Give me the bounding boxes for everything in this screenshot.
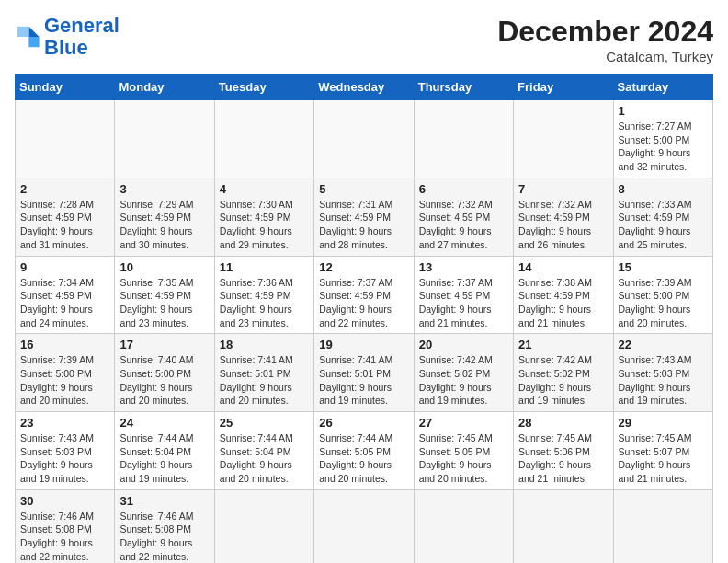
day-info: Sunrise: 7:41 AM Sunset: 5:01 PM Dayligh… <box>319 353 408 408</box>
calendar-cell: 19Sunrise: 7:41 AM Sunset: 5:01 PM Dayli… <box>314 334 414 412</box>
calendar-cell: 9Sunrise: 7:34 AM Sunset: 4:59 PM Daylig… <box>16 256 115 334</box>
day-info: Sunrise: 7:45 AM Sunset: 5:07 PM Dayligh… <box>619 431 708 486</box>
calendar-cell: 31Sunrise: 7:46 AM Sunset: 5:08 PM Dayli… <box>115 489 214 563</box>
calendar-cell: 2Sunrise: 7:28 AM Sunset: 4:59 PM Daylig… <box>16 178 115 256</box>
day-number: 8 <box>619 182 708 196</box>
calendar-cell: 8Sunrise: 7:33 AM Sunset: 4:59 PM Daylig… <box>613 178 712 256</box>
day-number: 26 <box>319 416 408 430</box>
weekday-header: Saturday <box>613 75 712 100</box>
weekday-header: Monday <box>115 75 214 100</box>
calendar-week-row: 1Sunrise: 7:27 AM Sunset: 5:00 PM Daylig… <box>16 100 713 178</box>
day-number: 1 <box>619 104 708 118</box>
day-number: 10 <box>119 260 209 274</box>
calendar-cell: 3Sunrise: 7:29 AM Sunset: 4:59 PM Daylig… <box>115 178 214 256</box>
day-number: 24 <box>119 416 209 430</box>
day-info: Sunrise: 7:46 AM Sunset: 5:08 PM Dayligh… <box>20 510 109 563</box>
calendar-week-row: 2Sunrise: 7:28 AM Sunset: 4:59 PM Daylig… <box>16 178 713 256</box>
day-info: Sunrise: 7:31 AM Sunset: 4:59 PM Dayligh… <box>319 198 408 252</box>
day-number: 2 <box>20 182 109 196</box>
calendar-cell: 7Sunrise: 7:32 AM Sunset: 4:59 PM Daylig… <box>514 178 613 256</box>
calendar-cell: 14Sunrise: 7:38 AM Sunset: 4:59 PM Dayli… <box>514 256 613 334</box>
svg-marker-1 <box>28 37 39 47</box>
calendar-cell: 20Sunrise: 7:42 AM Sunset: 5:02 PM Dayli… <box>414 334 513 412</box>
calendar-cell <box>115 100 214 178</box>
day-number: 16 <box>20 338 109 351</box>
calendar-cell <box>613 489 712 563</box>
calendar-cell: 21Sunrise: 7:42 AM Sunset: 5:02 PM Dayli… <box>514 334 613 412</box>
calendar-cell: 11Sunrise: 7:36 AM Sunset: 4:59 PM Dayli… <box>214 256 313 334</box>
day-number: 19 <box>319 338 408 351</box>
calendar-cell: 28Sunrise: 7:45 AM Sunset: 5:06 PM Dayli… <box>514 412 613 490</box>
calendar-week-row: 23Sunrise: 7:43 AM Sunset: 5:03 PM Dayli… <box>16 412 713 490</box>
calendar-cell: 5Sunrise: 7:31 AM Sunset: 4:59 PM Daylig… <box>314 178 414 256</box>
day-number: 5 <box>319 182 408 196</box>
day-number: 29 <box>619 416 708 430</box>
day-info: Sunrise: 7:37 AM Sunset: 4:59 PM Dayligh… <box>319 276 408 330</box>
calendar-week-row: 30Sunrise: 7:46 AM Sunset: 5:08 PM Dayli… <box>16 489 713 563</box>
calendar-cell: 24Sunrise: 7:44 AM Sunset: 5:04 PM Dayli… <box>115 412 214 490</box>
day-info: Sunrise: 7:27 AM Sunset: 5:00 PM Dayligh… <box>619 120 708 174</box>
location: Catalcam, Turkey <box>497 49 713 64</box>
title-block: December 2024 Catalcam, Turkey <box>497 15 713 64</box>
day-info: Sunrise: 7:33 AM Sunset: 4:59 PM Dayligh… <box>619 198 708 252</box>
day-info: Sunrise: 7:30 AM Sunset: 4:59 PM Dayligh… <box>220 198 309 252</box>
day-info: Sunrise: 7:41 AM Sunset: 5:01 PM Dayligh… <box>220 353 309 408</box>
calendar-cell <box>514 489 613 563</box>
day-info: Sunrise: 7:42 AM Sunset: 5:02 PM Dayligh… <box>419 353 508 408</box>
calendar-cell: 12Sunrise: 7:37 AM Sunset: 4:59 PM Dayli… <box>314 256 414 334</box>
day-info: Sunrise: 7:38 AM Sunset: 4:59 PM Dayligh… <box>518 276 608 330</box>
calendar-week-row: 9Sunrise: 7:34 AM Sunset: 4:59 PM Daylig… <box>16 256 713 334</box>
day-info: Sunrise: 7:35 AM Sunset: 4:59 PM Dayligh… <box>119 276 209 330</box>
day-number: 6 <box>419 182 508 196</box>
calendar-cell: 17Sunrise: 7:40 AM Sunset: 5:00 PM Dayli… <box>115 334 214 412</box>
logo-line2: Blue <box>44 36 88 59</box>
day-number: 22 <box>619 338 708 351</box>
day-info: Sunrise: 7:34 AM Sunset: 4:59 PM Dayligh… <box>20 276 109 330</box>
day-number: 14 <box>518 260 608 274</box>
calendar-cell: 16Sunrise: 7:39 AM Sunset: 5:00 PM Dayli… <box>16 334 115 412</box>
calendar-cell <box>214 100 313 178</box>
calendar-cell: 27Sunrise: 7:45 AM Sunset: 5:05 PM Dayli… <box>414 412 513 490</box>
day-info: Sunrise: 7:28 AM Sunset: 4:59 PM Dayligh… <box>20 198 109 252</box>
svg-marker-0 <box>28 27 39 37</box>
logo-line1: General <box>44 14 119 37</box>
calendar-week-row: 16Sunrise: 7:39 AM Sunset: 5:00 PM Dayli… <box>16 334 713 412</box>
calendar-cell <box>314 100 414 178</box>
day-number: 12 <box>319 260 408 274</box>
calendar-cell <box>214 489 313 563</box>
day-info: Sunrise: 7:44 AM Sunset: 5:05 PM Dayligh… <box>319 431 408 486</box>
day-number: 20 <box>419 338 508 351</box>
calendar-cell <box>314 489 414 563</box>
day-info: Sunrise: 7:32 AM Sunset: 4:59 PM Dayligh… <box>419 198 508 252</box>
calendar-cell <box>414 100 513 178</box>
day-number: 25 <box>220 416 309 430</box>
calendar-table: SundayMondayTuesdayWednesdayThursdayFrid… <box>15 74 713 563</box>
logo: General Blue <box>15 15 119 59</box>
day-info: Sunrise: 7:29 AM Sunset: 4:59 PM Dayligh… <box>119 198 209 252</box>
calendar-cell: 13Sunrise: 7:37 AM Sunset: 4:59 PM Dayli… <box>414 256 513 334</box>
day-number: 23 <box>20 416 109 430</box>
day-number: 27 <box>419 416 508 430</box>
day-info: Sunrise: 7:45 AM Sunset: 5:06 PM Dayligh… <box>518 431 608 486</box>
calendar-cell: 25Sunrise: 7:44 AM Sunset: 5:04 PM Dayli… <box>214 412 313 490</box>
day-info: Sunrise: 7:32 AM Sunset: 4:59 PM Dayligh… <box>518 198 608 252</box>
day-info: Sunrise: 7:36 AM Sunset: 4:59 PM Dayligh… <box>220 276 309 330</box>
day-number: 9 <box>20 260 109 274</box>
calendar-cell: 26Sunrise: 7:44 AM Sunset: 5:05 PM Dayli… <box>314 412 414 490</box>
weekday-header: Wednesday <box>314 75 414 100</box>
weekday-header: Thursday <box>414 75 513 100</box>
calendar-cell: 30Sunrise: 7:46 AM Sunset: 5:08 PM Dayli… <box>16 489 115 563</box>
calendar-cell: 15Sunrise: 7:39 AM Sunset: 5:00 PM Dayli… <box>613 256 712 334</box>
day-info: Sunrise: 7:39 AM Sunset: 5:00 PM Dayligh… <box>20 353 109 408</box>
calendar-cell: 10Sunrise: 7:35 AM Sunset: 4:59 PM Dayli… <box>115 256 214 334</box>
day-info: Sunrise: 7:44 AM Sunset: 5:04 PM Dayligh… <box>220 431 309 486</box>
weekday-row: SundayMondayTuesdayWednesdayThursdayFrid… <box>16 75 713 100</box>
day-number: 28 <box>518 416 608 430</box>
calendar-cell <box>414 489 513 563</box>
day-number: 4 <box>220 182 309 196</box>
calendar-cell: 18Sunrise: 7:41 AM Sunset: 5:01 PM Dayli… <box>214 334 313 412</box>
calendar-cell <box>16 100 115 178</box>
weekday-header: Sunday <box>16 75 115 100</box>
weekday-header: Friday <box>514 75 613 100</box>
day-info: Sunrise: 7:45 AM Sunset: 5:05 PM Dayligh… <box>419 431 508 486</box>
